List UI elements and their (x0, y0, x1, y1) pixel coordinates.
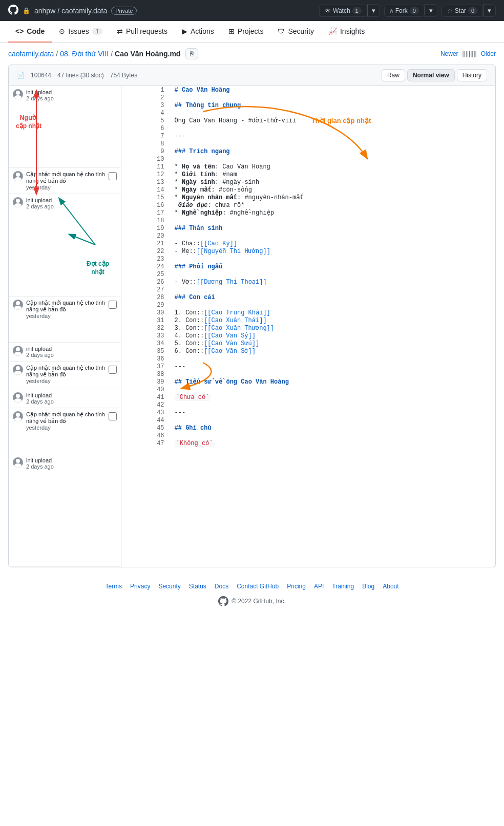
star-dropdown[interactable]: ▾ (483, 4, 496, 17)
normal-view-button[interactable]: Normal view (407, 69, 455, 81)
user-link[interactable]: anhpw (34, 7, 55, 15)
raw-button[interactable]: Raw (382, 69, 405, 81)
blame-checkbox-8[interactable] (109, 412, 117, 420)
line-number: 36 (121, 355, 170, 363)
footer-blog[interactable]: Blog (362, 583, 374, 590)
footer-terms[interactable]: Terms (105, 583, 122, 590)
table-row: 18 (121, 217, 495, 224)
table-row: 23 (121, 255, 495, 263)
table-row: 16 Giáo dục: chưa rõ* (121, 201, 495, 209)
line-code: ## Ghi chú (170, 424, 495, 432)
nav-actions[interactable]: ▶ Actions (175, 21, 221, 43)
blame-msg-5[interactable]: init upload (26, 346, 117, 352)
table-row: 2 (121, 94, 495, 101)
line-number: 1 (121, 86, 170, 94)
blame-msg-8[interactable]: Cập nhật mới quan hệ cho tính năng về bả… (26, 411, 106, 425)
avatar-6 (13, 365, 23, 375)
repo-path: anhpw / caofamily.data (34, 7, 107, 15)
blame-msg-4[interactable]: Cập nhật mới quan hệ cho tính năng về bả… (26, 300, 106, 313)
table-row: 14* Ngày mất: #còn-sống (121, 186, 495, 194)
blame-checkbox-2[interactable] (109, 172, 117, 180)
footer-api[interactable]: API (314, 583, 324, 590)
blame-msg-6[interactable]: Cập nhật mới quan hệ cho tính năng về bả… (26, 365, 106, 378)
blame-group-7: init upload 2 days ago (9, 389, 121, 408)
copy-path-button[interactable]: ⎘ (185, 48, 198, 59)
footer-about[interactable]: About (383, 583, 398, 590)
line-code (170, 140, 495, 147)
file-size: 754 Bytes (110, 72, 137, 79)
table-row: 4 (121, 109, 495, 117)
table-row: 26- Vợ::[[Dương Thị Thoại]] (121, 278, 495, 286)
newer-link[interactable]: Newer (440, 50, 458, 57)
blame-msg-3[interactable]: init upload (26, 197, 117, 203)
svg-point-4 (16, 199, 20, 203)
blame-msg-9[interactable]: init upload (26, 457, 117, 463)
blame-info-4: Cập nhật mới quan hệ cho tính năng về bả… (26, 300, 106, 319)
svg-point-10 (16, 366, 20, 370)
line-number: 25 (121, 270, 170, 278)
nav-security[interactable]: 🛡 Security (270, 21, 321, 43)
blame-msg-7[interactable]: init upload (26, 392, 117, 398)
line-code: * Giới tính: #nam (170, 171, 495, 178)
repo-breadcrumb[interactable]: caofamily.data (8, 50, 54, 58)
line-code: 1. Con::[[Cao Trung Khải]] (170, 309, 495, 316)
line-number: 47 (121, 439, 170, 447)
table-row: 24### Phối ngẫu (121, 263, 495, 270)
line-number: 5 (121, 117, 170, 124)
line-number: 21 (121, 240, 170, 247)
line-code: * Nguyên nhân mất: #nguyên-nhân-mất (170, 194, 495, 201)
footer-status[interactable]: Status (189, 583, 206, 590)
file-id: 100644 (31, 72, 51, 79)
line-number: 35 (121, 347, 170, 355)
footer-security[interactable]: Security (158, 583, 180, 590)
blame-msg-1[interactable]: init upload (26, 89, 117, 95)
footer-docs[interactable]: Docs (215, 583, 228, 590)
line-code (170, 270, 495, 278)
footer-privacy[interactable]: Privacy (130, 583, 150, 590)
fork-icon: ⑃ (390, 7, 393, 14)
line-number: 9 (121, 147, 170, 155)
nav-code[interactable]: <> Code (8, 21, 52, 43)
repo-link[interactable]: caofamily.data (61, 7, 107, 15)
blame-checkbox-6[interactable] (109, 366, 117, 374)
table-row: 334. Con::[[Cao Văn Sỷ]] (121, 332, 495, 340)
table-row: 8 (121, 140, 495, 147)
private-badge: Private (111, 7, 137, 15)
line-number: 41 (121, 393, 170, 401)
fork-dropdown[interactable]: ▾ (425, 4, 437, 17)
blame-group-1: init upload 2 days ago (9, 86, 121, 168)
footer-contact[interactable]: Contact GitHub (237, 583, 279, 590)
watch-dropdown[interactable]: ▾ (367, 4, 380, 17)
watch-button[interactable]: 👁 Watch 1 (319, 5, 367, 17)
nav-pull-requests[interactable]: ⇄ Pull requests (110, 21, 175, 43)
blame-group-3: init upload 2 days ago (9, 194, 121, 296)
table-row: 12* Giới tính: #nam (121, 171, 495, 178)
blame-checkbox-4[interactable] (109, 301, 117, 309)
older-link[interactable]: Older (481, 50, 496, 57)
footer-training[interactable]: Training (332, 583, 354, 590)
blame-time-7: 2 days ago (26, 398, 117, 405)
star-button[interactable]: ☆ Star 0 (442, 5, 483, 17)
watch-btn-group: 👁 Watch 1 ▾ (319, 4, 380, 17)
footer-logo: © 2022 GitHub, Inc. (8, 596, 496, 606)
code-view: 1# Cao Văn Hoàng23## Thông tin chung45Ôn… (121, 86, 495, 567)
fork-button[interactable]: ⑃ Fork 0 (384, 5, 425, 17)
line-code: 6. Con::[[Cao Văn Sờ]] (170, 347, 495, 355)
nav-issues[interactable]: ⊙ Issues 1 (52, 21, 110, 43)
line-code: --- (170, 409, 495, 416)
line-number: 38 (121, 370, 170, 378)
svg-point-13 (14, 398, 22, 403)
blame-info-6: Cập nhật mới quan hệ cho tính năng về bả… (26, 365, 106, 384)
line-number: 17 (121, 209, 170, 217)
blame-info-3: init upload 2 days ago (26, 197, 117, 209)
history-button[interactable]: History (457, 69, 487, 81)
nav-projects[interactable]: ⊞ Projects (221, 21, 271, 43)
blame-msg-2[interactable]: Cập nhật mới quan hệ cho tính năng về bả… (26, 171, 106, 184)
footer-pricing[interactable]: Pricing (287, 583, 306, 590)
nav-insights[interactable]: 📈 Insights (321, 21, 372, 43)
blame-group-6: Cập nhật mới quan hệ cho tính năng về bả… (9, 362, 121, 389)
line-code: 4. Con::[[Cao Văn Sỷ]] (170, 332, 495, 340)
avatar-7 (13, 392, 23, 403)
svg-point-8 (16, 347, 20, 351)
path-breadcrumb[interactable]: 08. Đời thứ VIII (60, 50, 109, 58)
